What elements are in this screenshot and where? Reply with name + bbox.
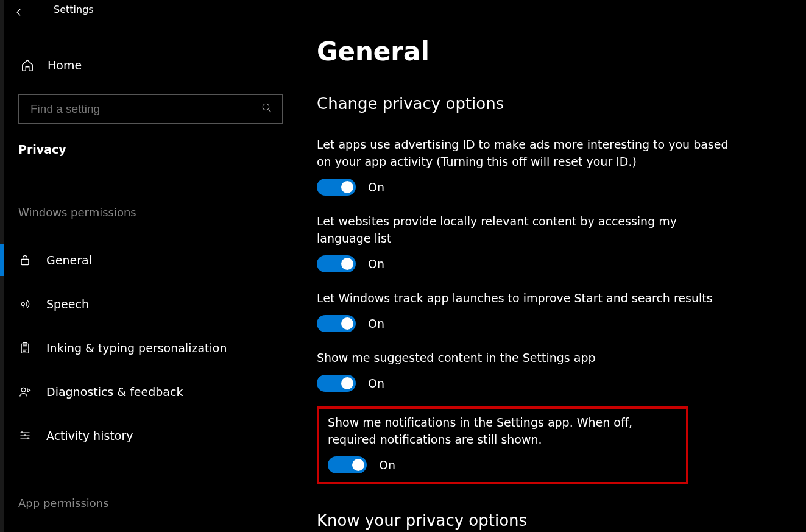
subheading-know-privacy: Know your privacy options [317,511,806,530]
setting-advertising-id: Let apps use advertising ID to make ads … [317,136,731,196]
highlighted-setting-box: Show me notifications in the Settings ap… [317,406,688,484]
toggle-state: On [368,180,384,194]
subheading-change-privacy: Change privacy options [317,94,806,113]
sidebar-item-label: Activity history [46,429,133,442]
setting-label: Let Windows track app launches to improv… [317,289,731,307]
titlebar: Settings [4,0,295,24]
svg-point-5 [21,388,26,392]
sidebar-section-title: Privacy [4,124,295,156]
home-icon [21,59,34,72]
home-label: Home [48,59,82,72]
clipboard-icon [18,341,32,355]
lock-icon [18,254,32,267]
sidebar-item-activity-history[interactable]: Activity history [4,414,295,458]
setting-app-launches: Let Windows track app launches to improv… [317,289,731,332]
sidebar-group-app-permissions: App permissions [4,497,295,509]
sidebar-group-windows-permissions: Windows permissions [4,206,295,219]
speech-icon [18,297,32,311]
sidebar-item-label: Diagnostics & feedback [46,385,183,399]
toggle-state: On [379,458,395,472]
toggle-state: On [368,377,384,390]
svg-rect-1 [21,259,29,264]
setting-language-list: Let websites provide locally relevant co… [317,213,731,272]
sidebar-item-label: Inking & typing personalization [46,341,227,355]
activity-icon [18,429,32,442]
search-wrap [18,94,283,124]
sidebar-item-label: General [46,254,92,267]
toggle-state: On [368,257,384,271]
toggle-suggested-content[interactable] [317,375,356,392]
sidebar-item-inking[interactable]: Inking & typing personalization [4,326,295,370]
sidebar: Settings Home Privacy Windows permission… [0,0,295,532]
svg-point-2 [21,303,24,306]
sidebar-item-general[interactable]: General [4,238,295,282]
toggle-advertising-id[interactable] [317,179,356,196]
toggle-app-launches[interactable] [317,315,356,332]
search-input[interactable] [18,94,283,124]
setting-notifications: Show me notifications in the Settings ap… [328,414,677,473]
page-title: General [317,37,806,66]
sidebar-nav-list: General Speech Inking & typing personali… [4,238,295,458]
setting-label: Show me suggested content in the Setting… [317,349,731,366]
main-content: General Change privacy options Let apps … [295,0,806,532]
back-arrow-icon [13,7,24,18]
app-title: Settings [54,4,94,15]
setting-label: Let apps use advertising ID to make ads … [317,136,731,170]
toggle-state: On [368,317,384,330]
sidebar-item-diagnostics[interactable]: Diagnostics & feedback [4,370,295,414]
feedback-icon [18,385,32,399]
setting-label: Let websites provide locally relevant co… [317,213,731,247]
sidebar-item-speech[interactable]: Speech [4,282,295,326]
setting-label: Show me notifications in the Settings ap… [328,414,677,448]
toggle-language-list[interactable] [317,255,356,272]
setting-suggested-content: Show me suggested content in the Setting… [317,349,731,392]
back-button[interactable] [4,4,34,21]
toggle-notifications[interactable] [328,456,367,473]
sidebar-item-label: Speech [46,297,89,311]
sidebar-item-home[interactable]: Home [4,51,295,79]
